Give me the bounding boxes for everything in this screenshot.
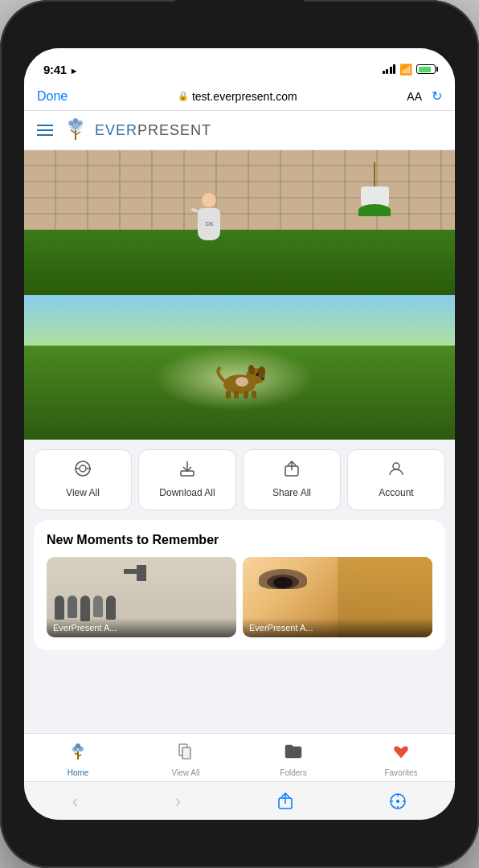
- safari-controls: AA ↻: [407, 88, 442, 104]
- logo-area: EVERPRESENT: [63, 117, 211, 143]
- svg-point-12: [256, 373, 259, 376]
- battery-icon: [416, 64, 436, 74]
- favorites-tab-label: Favorites: [384, 768, 417, 777]
- download-all-button[interactable]: Download All: [138, 449, 236, 510]
- favorites-tab-icon: [391, 742, 411, 766]
- tab-bar: Home View All Folders: [24, 733, 455, 781]
- photo-1: CK: [24, 150, 455, 295]
- svg-point-20: [80, 465, 86, 472]
- svg-point-18: [235, 377, 248, 387]
- svg-point-6: [78, 121, 83, 125]
- tab-home[interactable]: Home: [54, 742, 102, 777]
- status-time: 9:41 ►: [43, 63, 78, 76]
- svg-point-31: [76, 743, 80, 748]
- svg-rect-17: [252, 391, 256, 399]
- child-figure: CK: [198, 193, 220, 240]
- signal-icon: [383, 64, 396, 74]
- moment-label-2: EverPresent A...: [243, 618, 432, 637]
- download-all-icon: [178, 460, 196, 482]
- phone-frame: 9:41 ► 📶 Done 🔒 test.everpresent.: [0, 0, 479, 868]
- view-all-button[interactable]: View All: [34, 449, 132, 510]
- account-button[interactable]: Account: [347, 449, 445, 510]
- svg-rect-14: [226, 391, 231, 399]
- phone-screen: 9:41 ► 📶 Done 🔒 test.everpresent.: [24, 48, 455, 820]
- svg-rect-36: [182, 747, 190, 759]
- svg-rect-23: [181, 471, 194, 476]
- folders-tab-label: Folders: [280, 768, 306, 777]
- account-icon: [387, 460, 405, 482]
- svg-point-40: [396, 800, 399, 803]
- view-all-tab-icon: [176, 742, 195, 766]
- hamburger-menu-button[interactable]: [37, 125, 53, 136]
- moment-item-2[interactable]: EverPresent A...: [243, 557, 432, 637]
- app-header: EVERPRESENT: [24, 111, 455, 150]
- dog-figure: [211, 356, 268, 403]
- safari-url-display: 🔒 test.everpresent.com: [178, 90, 297, 103]
- svg-point-7: [73, 118, 78, 123]
- safari-url-text: test.everpresent.com: [192, 90, 297, 103]
- action-buttons-row: View All Download All: [24, 440, 455, 520]
- safari-forward-button[interactable]: ›: [162, 790, 194, 813]
- photo-2: [24, 295, 455, 440]
- moments-section: New Moments to Remember: [34, 520, 445, 650]
- safari-refresh-button[interactable]: ↻: [432, 88, 442, 104]
- safari-bottom-bar: ‹ ›: [24, 781, 455, 820]
- safari-back-button[interactable]: ‹: [59, 790, 92, 813]
- home-tab-label: Home: [68, 768, 89, 777]
- logo-present: PRESENT: [137, 122, 211, 138]
- tab-view-all[interactable]: View All: [162, 742, 210, 777]
- safari-share-button[interactable]: [264, 792, 306, 810]
- home-tab-icon: [68, 742, 88, 766]
- view-all-tab-label: View All: [172, 768, 200, 777]
- moments-title: New Moments to Remember: [47, 533, 432, 547]
- svg-point-13: [261, 377, 264, 380]
- logo-ever: EVER: [95, 122, 137, 138]
- status-bar: 9:41 ► 📶: [24, 48, 455, 84]
- lock-icon: 🔒: [178, 91, 189, 101]
- safari-compass-button[interactable]: [376, 792, 420, 810]
- view-all-icon: [74, 460, 92, 482]
- content-scroll[interactable]: CK: [24, 150, 455, 733]
- logo-icon: [63, 117, 88, 143]
- safari-done-button[interactable]: Done: [37, 89, 68, 104]
- moment-item-1[interactable]: EverPresent A...: [47, 557, 236, 637]
- moment-label-1: EverPresent A...: [47, 618, 236, 637]
- svg-point-5: [68, 121, 73, 125]
- share-all-button[interactable]: Share All: [243, 449, 341, 510]
- status-icons: 📶: [383, 63, 436, 76]
- wifi-icon: 📶: [399, 63, 412, 76]
- safari-aa-button[interactable]: AA: [407, 90, 422, 103]
- svg-rect-16: [244, 391, 248, 399]
- svg-point-27: [393, 463, 399, 469]
- svg-rect-15: [234, 391, 239, 399]
- moments-grid: EverPresent A...: [47, 557, 432, 637]
- tab-folders[interactable]: Folders: [269, 742, 317, 777]
- tab-favorites[interactable]: Favorites: [377, 742, 425, 777]
- hanging-basket: [358, 162, 391, 216]
- home-indicator: [191, 857, 288, 860]
- phone-notch: [175, 0, 304, 23]
- folders-tab-icon: [284, 742, 303, 766]
- logo-text: EVERPRESENT: [95, 122, 211, 139]
- share-all-icon: [283, 460, 301, 482]
- safari-address-bar[interactable]: Done 🔒 test.everpresent.com AA ↻: [24, 84, 455, 111]
